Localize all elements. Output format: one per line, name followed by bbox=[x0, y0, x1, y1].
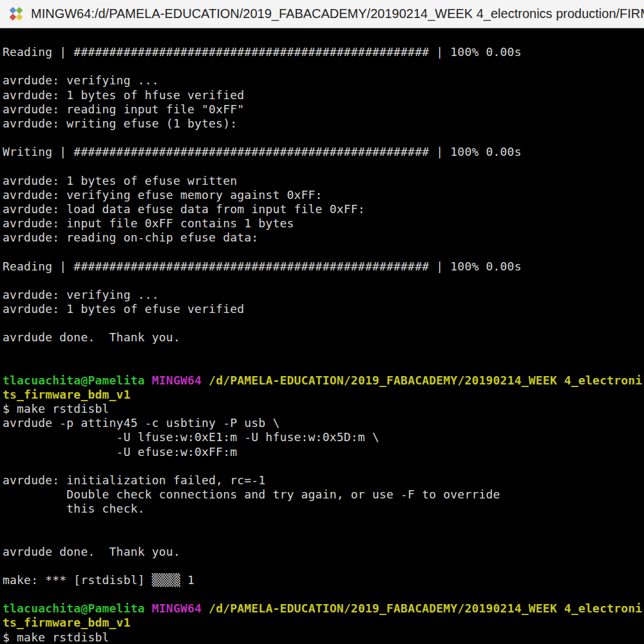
terminal-text-segment: avrdude: 1 bytes of efuse verified bbox=[3, 302, 244, 316]
terminal-text-segment: avrdude: verifying efuse memory against … bbox=[3, 188, 323, 202]
terminal-line: Reading | ##############################… bbox=[3, 260, 644, 274]
terminal-text-segment bbox=[202, 601, 209, 615]
terminal-text-segment: -U lfuse:w:0xE1:m -U hfuse:w:0x5D:m \ bbox=[3, 430, 379, 444]
terminal-text-segment: Reading | ##############################… bbox=[3, 45, 522, 59]
terminal-line: avrdude done. Thank you. bbox=[3, 330, 644, 345]
terminal-text-segment: Reading | ##############################… bbox=[3, 260, 522, 273]
terminal-text-segment bbox=[202, 374, 209, 387]
terminal-line: avrdude -p attiny45 -c usbtiny -P usb \ bbox=[3, 416, 644, 430]
terminal-line: avrdude: verifying ... bbox=[3, 288, 644, 302]
terminal-line: Writing | ##############################… bbox=[3, 145, 644, 159]
terminal-line bbox=[3, 359, 644, 374]
terminal-line bbox=[3, 587, 644, 601]
terminal-line: tlacuachita@Pamelita MINGW64 /d/PAMELA-E… bbox=[3, 601, 644, 616]
terminal-line: this check. bbox=[3, 502, 644, 516]
terminal-text-segment: tlacuachita@Pamelita bbox=[3, 601, 145, 615]
terminal-line: avrdude: load data efuse data from input… bbox=[3, 202, 644, 216]
terminal-line: make: *** [rstdisbl] ▒▒▒▒ 1 bbox=[3, 573, 644, 587]
mingw64-app-icon[interactable] bbox=[7, 6, 25, 23]
terminal-text-segment: avrdude: initialization failed, rc=-1 bbox=[3, 473, 265, 487]
terminal-line bbox=[3, 31, 644, 45]
terminal-line: avrdude: reading on-chip efuse data: bbox=[3, 231, 644, 245]
terminal-text-segment: avrdude: 1 bytes of efuse written bbox=[3, 174, 237, 187]
terminal-text-segment: $ make rstdisbl bbox=[3, 402, 109, 415]
terminal-line bbox=[3, 159, 644, 173]
window-titlebar[interactable]: MINGW64:/d/PAMELA-EDUCATION/2019_FABACAD… bbox=[0, 0, 644, 28]
terminal-text-segment: avrdude: writing efuse (1 bytes): bbox=[3, 117, 237, 130]
terminal-text-segment: MINGW64 bbox=[152, 601, 202, 615]
terminal-line: avrdude: 1 bytes of efuse written bbox=[3, 174, 644, 188]
terminal-text-segment: Writing | ##############################… bbox=[3, 145, 522, 158]
terminal-line: avrdude: 1 bytes of efuse verified bbox=[3, 302, 644, 316]
terminal-line: avrdude done. Thank you. bbox=[3, 545, 644, 559]
terminal-text-segment: avrdude: reading on-chip efuse data: bbox=[3, 231, 258, 244]
terminal-line: -U efuse:w:0xFF:m bbox=[3, 445, 644, 459]
terminal-line: -U lfuse:w:0xE1:m -U hfuse:w:0x5D:m \ bbox=[3, 430, 644, 444]
terminal-text-segment: -U efuse:w:0xFF:m bbox=[3, 445, 237, 459]
terminal-line bbox=[3, 59, 644, 73]
terminal-line bbox=[3, 530, 644, 544]
terminal-line: tlacuachita@Pamelita MINGW64 /d/PAMELA-E… bbox=[3, 374, 644, 388]
terminal-line: avrdude: initialization failed, rc=-1 bbox=[3, 473, 644, 488]
terminal-line: avrdude: reading input file "0xFF" bbox=[3, 102, 644, 117]
terminal-text-segment: /d/PAMELA-EDUCATION/2019_FABACADEMY/2019… bbox=[209, 601, 642, 615]
terminal-line: ts_firmware_bdm_v1 bbox=[3, 388, 644, 402]
terminal-line bbox=[3, 516, 644, 530]
terminal-line bbox=[3, 559, 644, 573]
terminal-text-segment: ts_firmware_bdm_v1 bbox=[3, 616, 131, 629]
terminal-text-segment: avrdude done. Thank you. bbox=[3, 545, 180, 558]
terminal-text-segment: avrdude -p attiny45 -c usbtiny -P usb \ bbox=[3, 416, 279, 430]
terminal-line bbox=[3, 131, 644, 145]
terminal-text-segment: avrdude: verifying ... bbox=[3, 73, 159, 87]
terminal-output[interactable]: Reading | ##############################… bbox=[0, 28, 644, 643]
terminal-text-segment: /d/PAMELA-EDUCATION/2019_FABACADEMY/2019… bbox=[209, 374, 642, 387]
terminal-text-segment: avrdude: input file 0xFF contains 1 byte… bbox=[3, 216, 294, 230]
terminal-line: $ make rstdisbl bbox=[3, 630, 644, 643]
terminal-text-segment: $ make rstdisbl bbox=[3, 630, 109, 643]
terminal-line: avrdude: verifying ... bbox=[3, 73, 644, 88]
terminal-text-segment: avrdude: 1 bytes of hfuse verified bbox=[3, 88, 244, 102]
terminal-text-segment: ts_firmware_bdm_v1 bbox=[3, 388, 131, 401]
terminal-text-segment: this check. bbox=[3, 502, 145, 515]
terminal-text-segment: tlacuachita@Pamelita bbox=[3, 374, 145, 387]
terminal-line: ts_firmware_bdm_v1 bbox=[3, 616, 644, 630]
terminal-text-segment: Double check connections and try again, … bbox=[3, 488, 500, 501]
terminal-line: Reading | ##############################… bbox=[3, 45, 644, 59]
terminal-line bbox=[3, 316, 644, 330]
terminal-text-segment: 1 bbox=[180, 573, 194, 587]
terminal-line: Double check connections and try again, … bbox=[3, 488, 644, 502]
terminal-line bbox=[3, 245, 644, 259]
terminal-line: $ make rstdisbl bbox=[3, 402, 644, 416]
terminal-text-segment: avrdude: load data efuse data from input… bbox=[3, 202, 365, 216]
terminal-text-segment: MINGW64 bbox=[152, 374, 202, 387]
terminal-line bbox=[3, 459, 644, 473]
window-title: MINGW64:/d/PAMELA-EDUCATION/2019_FABACAD… bbox=[31, 6, 644, 21]
terminal-text-segment bbox=[145, 374, 152, 387]
garbled-glyphs: ▒▒▒▒ bbox=[152, 573, 180, 587]
terminal-text-segment: avrdude: verifying ... bbox=[3, 288, 159, 301]
terminal-line bbox=[3, 274, 644, 288]
terminal-line: avrdude: writing efuse (1 bytes): bbox=[3, 117, 644, 131]
terminal-text-segment bbox=[145, 601, 152, 615]
terminal-line: avrdude: verifying efuse memory against … bbox=[3, 188, 644, 202]
terminal-line: avrdude: 1 bytes of hfuse verified bbox=[3, 88, 644, 102]
terminal-text-segment: make: *** [rstdisbl] bbox=[3, 573, 152, 587]
terminal-line: avrdude: input file 0xFF contains 1 byte… bbox=[3, 216, 644, 231]
terminal-line bbox=[3, 345, 644, 359]
terminal-text-segment: avrdude: reading input file "0xFF" bbox=[3, 102, 244, 116]
terminal-text-segment: avrdude done. Thank you. bbox=[3, 330, 180, 344]
